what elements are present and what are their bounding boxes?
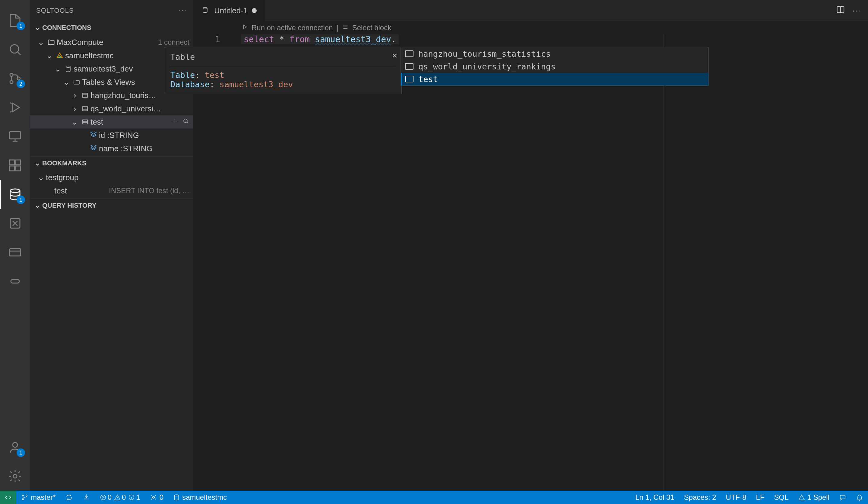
bookmark-item-label: test [54, 186, 106, 195]
status-branch[interactable]: master* [16, 491, 61, 504]
activity-sqltools[interactable]: 1 [0, 180, 30, 209]
status-ports[interactable]: 0 [145, 491, 168, 504]
status-spell[interactable]: 1 Spell [794, 491, 834, 504]
tree-column-1[interactable]: name :STRING [30, 142, 193, 155]
status-spaces[interactable]: Spaces: 2 [679, 491, 721, 504]
status-language[interactable]: SQL [769, 491, 794, 504]
dirty-indicator-icon [252, 8, 257, 13]
bookmark-group[interactable]: ⌄ testgroup [30, 171, 193, 184]
activity-remote-explorer[interactable] [0, 122, 30, 151]
svg-point-27 [153, 496, 154, 498]
suggest-item-0[interactable]: hangzhou_tourism_statistics [401, 47, 709, 60]
status-ports-count: 0 [159, 493, 164, 502]
bookmark-group-label: testgroup [46, 173, 189, 182]
activity-explorer[interactable]: 1 [0, 6, 30, 35]
svg-point-2 [10, 81, 13, 83]
section-query-history[interactable]: ⌄ QUERY HISTORY [30, 199, 193, 212]
svg-point-19 [184, 119, 187, 122]
bookmark-item-desc: INSERT INTO test (id, … [109, 187, 189, 195]
column-icon [88, 132, 99, 139]
suggest-item-1[interactable]: qs_world_university_rankings [401, 60, 709, 73]
more-icon[interactable]: ··· [852, 6, 861, 16]
table-icon [80, 118, 91, 125]
chevron-down-icon: ⌄ [45, 51, 54, 60]
activity-extensions[interactable] [0, 151, 30, 180]
status-remote[interactable] [0, 491, 16, 504]
doc-table-val: test [205, 70, 224, 80]
status-sync[interactable] [61, 491, 78, 504]
sidebar-title-row: SQLTOOLS ··· [30, 0, 193, 21]
suggest-item-2-label: test [418, 74, 438, 84]
struct-icon [405, 76, 413, 82]
section-query-history-label: QUERY HISTORY [42, 202, 96, 210]
activity-bar: 1 2 1 1 [0, 0, 30, 491]
tree-column-1-label: name :STRING [99, 144, 189, 153]
close-icon[interactable]: ✕ [392, 50, 397, 60]
activity-search[interactable] [0, 35, 30, 64]
activity-custom-3[interactable] [0, 267, 30, 296]
play-icon[interactable] [241, 23, 248, 32]
status-cloud[interactable] [78, 491, 95, 504]
chevron-down-icon: ⌄ [70, 118, 80, 127]
svg-rect-12 [11, 280, 19, 283]
chevron-right-icon: › [70, 104, 80, 113]
chevron-down-icon: ⌄ [36, 173, 46, 182]
bookmarks-tree: ⌄ testgroup test INSERT INTO test (id, … [30, 170, 193, 199]
svg-point-22 [22, 495, 23, 496]
suggestion-doc-widget: ✕ Table Table: test Database: samueltest… [164, 47, 402, 94]
tree-driver-desc: 1 connect [158, 38, 189, 47]
svg-point-24 [26, 495, 27, 496]
status-feedback[interactable] [834, 491, 851, 504]
sidebar-more-icon[interactable]: ··· [179, 7, 187, 14]
activity-custom-2[interactable] [0, 238, 30, 267]
bookmark-item[interactable]: test INSERT INTO test (id, … [30, 184, 193, 198]
status-problems[interactable]: 0 0 1 [95, 491, 145, 504]
op-star: * [279, 34, 285, 44]
status-connection[interactable]: samueltestmc [168, 491, 231, 504]
tree-column-0[interactable]: id :STRING [30, 129, 193, 142]
status-bell[interactable] [851, 491, 868, 504]
column-icon [88, 145, 99, 152]
tree-table-1[interactable]: › qs_world_universi… [30, 102, 193, 115]
activity-account[interactable]: 1 [0, 433, 30, 462]
chevron-right-icon: › [70, 91, 80, 100]
codelens-select-block[interactable]: Select block [352, 23, 391, 32]
suggest-widget: hangzhou_tourism_statistics qs_world_uni… [401, 47, 709, 86]
activity-custom-1[interactable] [0, 209, 30, 238]
editor-area: Untitled-1 ··· Run on active connection … [193, 0, 868, 491]
svg-point-14 [13, 474, 17, 478]
split-editor-icon[interactable] [836, 5, 845, 16]
status-ln-col[interactable]: Ln 1, Col 31 [630, 491, 679, 504]
magnify-icon[interactable] [182, 118, 189, 127]
tree-driver-label: MaxCompute [57, 38, 155, 47]
codelens-run[interactable]: Run on active connection [251, 23, 333, 32]
kw-select: select [244, 34, 274, 44]
suggest-item-2[interactable]: test [401, 73, 709, 85]
svg-rect-11 [10, 249, 21, 256]
section-connections-label: CONNECTIONS [42, 24, 91, 32]
svg-point-15 [66, 66, 70, 68]
list-icon[interactable] [342, 23, 349, 32]
ident-db: samueltest3_dev [315, 34, 391, 44]
status-warnings: 0 [122, 493, 126, 502]
add-icon[interactable] [171, 118, 178, 127]
status-branch-label: master* [31, 493, 56, 502]
kw-from: from [290, 34, 310, 44]
status-encoding[interactable]: UTF-8 [721, 491, 751, 504]
maxcompute-icon [54, 52, 65, 59]
activity-settings[interactable] [0, 462, 30, 491]
tree-table-2[interactable]: ⌄ test [30, 115, 193, 129]
section-connections[interactable]: ⌄ CONNECTIONS [30, 21, 193, 34]
svg-rect-5 [10, 160, 14, 165]
tab-untitled[interactable]: Untitled-1 [193, 0, 266, 21]
code-editor[interactable]: 1 select * from samueltest3_dev . ✕ Tabl… [193, 34, 868, 491]
status-eol[interactable]: LF [751, 491, 769, 504]
doc-table-key: Table [170, 70, 195, 80]
section-bookmarks[interactable]: ⌄ BOOKMARKS [30, 156, 193, 170]
table-icon [80, 105, 91, 112]
tree-table-1-label: qs_world_universi… [91, 104, 189, 113]
op-dot: . [391, 34, 396, 44]
activity-run-debug[interactable] [0, 93, 30, 122]
activity-scm[interactable]: 2 [0, 64, 30, 93]
section-bookmarks-label: BOOKMARKS [42, 159, 86, 167]
